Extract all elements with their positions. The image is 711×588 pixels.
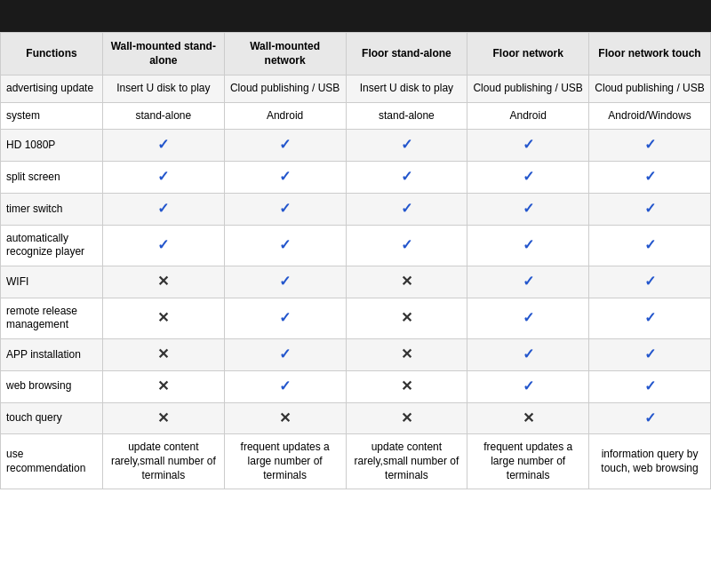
- cross-icon: ✕: [401, 310, 412, 325]
- feature-value: ✓: [467, 193, 589, 225]
- feature-value: ✓: [589, 225, 711, 266]
- feature-value: stand-alone: [346, 102, 467, 130]
- feature-value: ✓: [224, 266, 346, 298]
- feature-label: automatically recognize player: [1, 225, 103, 266]
- cross-icon: ✕: [157, 274, 169, 289]
- check-icon: ✓: [401, 237, 412, 252]
- feature-value: ✓: [467, 225, 589, 266]
- check-icon: ✓: [523, 310, 534, 325]
- feature-value: Cloud publishing / USB: [224, 75, 346, 103]
- feature-value: ✓: [467, 370, 589, 402]
- check-icon: ✓: [279, 310, 291, 325]
- comparison-table-wrapper: Functions Wall-mounted stand-alone Wall-…: [0, 32, 711, 489]
- table-row: touch query✕✕✕✕✓: [1, 402, 711, 434]
- feature-value: update content rarely,small number of te…: [102, 434, 224, 489]
- feature-value: ✓: [102, 162, 224, 194]
- check-icon: ✓: [523, 237, 534, 252]
- feature-value: ✕: [467, 402, 589, 434]
- feature-value: ✓: [467, 162, 589, 194]
- check-icon: ✓: [157, 169, 169, 184]
- feature-value: ✓: [589, 193, 711, 225]
- feature-value: Insert U disk to play: [346, 75, 467, 103]
- check-icon: ✓: [523, 274, 534, 289]
- feature-value: ✓: [224, 193, 346, 225]
- table-row: timer switch✓✓✓✓✓: [1, 193, 711, 225]
- table-row: systemstand-aloneAndroidstand-aloneAndro…: [1, 102, 711, 130]
- check-icon: ✓: [401, 169, 412, 184]
- table-row: use recommendationupdate content rarely,…: [1, 434, 711, 489]
- table-header-row: Functions Wall-mounted stand-alone Wall-…: [1, 33, 711, 75]
- feature-value: ✓: [467, 298, 589, 338]
- feature-label: touch query: [1, 402, 103, 434]
- feature-value: ✓: [102, 225, 224, 266]
- feature-value: ✕: [102, 402, 224, 434]
- check-icon: ✓: [644, 346, 656, 362]
- feature-value: Insert U disk to play: [102, 75, 224, 103]
- feature-value: ✓: [224, 338, 346, 370]
- check-icon: ✓: [644, 310, 656, 325]
- table-row: web browsing✕✓✕✓✓: [1, 370, 711, 402]
- feature-label: WIFI: [1, 266, 103, 298]
- feature-value: Android/Windows: [589, 102, 711, 130]
- feature-value: ✕: [346, 402, 467, 434]
- feature-label: remote release management: [1, 298, 103, 338]
- feature-value: ✓: [589, 338, 711, 370]
- table-row: split screen✓✓✓✓✓: [1, 162, 711, 194]
- cross-icon: ✕: [401, 274, 412, 289]
- feature-value: frequent updates a large number of termi…: [467, 434, 589, 489]
- table-row: APP installation✕✓✕✓✓: [1, 338, 711, 370]
- header: [0, 0, 711, 32]
- feature-value: ✓: [224, 298, 346, 338]
- feature-value: ✓: [589, 130, 711, 162]
- feature-value: ✓: [346, 193, 467, 225]
- feature-label: split screen: [1, 162, 103, 194]
- feature-value: ✕: [102, 338, 224, 370]
- feature-value: ✓: [102, 193, 224, 225]
- table-row: advertising updateInsert U disk to playC…: [1, 75, 711, 103]
- col-header-floor-network-touch: Floor network touch: [589, 33, 711, 75]
- table-row: HD 1080P✓✓✓✓✓: [1, 130, 711, 162]
- cross-icon: ✕: [157, 346, 169, 362]
- feature-value: ✕: [346, 338, 467, 370]
- check-icon: ✓: [279, 346, 291, 362]
- check-icon: ✓: [644, 410, 656, 425]
- check-icon: ✓: [523, 346, 534, 362]
- cross-icon: ✕: [157, 410, 169, 425]
- feature-value: stand-alone: [102, 102, 224, 130]
- feature-value: ✓: [346, 130, 467, 162]
- table-row: WIFI✕✓✕✓✓: [1, 266, 711, 298]
- check-icon: ✓: [279, 169, 291, 184]
- check-icon: ✓: [279, 137, 291, 152]
- col-header-functions: Functions: [1, 33, 103, 75]
- feature-value: ✓: [346, 225, 467, 266]
- feature-value: ✓: [589, 162, 711, 194]
- check-icon: ✓: [157, 137, 169, 152]
- feature-value: frequent updates a large number of termi…: [224, 434, 346, 489]
- check-icon: ✓: [523, 378, 534, 393]
- feature-value: ✓: [224, 162, 346, 194]
- page-title: [0, 0, 711, 32]
- feature-label: advertising update: [1, 75, 103, 103]
- check-icon: ✓: [279, 274, 291, 289]
- feature-value: ✓: [589, 402, 711, 434]
- cross-icon: ✕: [401, 410, 412, 425]
- check-icon: ✓: [644, 169, 656, 184]
- cross-icon: ✕: [523, 410, 534, 425]
- feature-value: ✓: [102, 130, 224, 162]
- check-icon: ✓: [644, 274, 656, 289]
- cross-icon: ✕: [279, 410, 291, 425]
- feature-value: ✕: [102, 370, 224, 402]
- cross-icon: ✕: [401, 378, 412, 393]
- check-icon: ✓: [523, 137, 534, 152]
- cross-icon: ✕: [157, 310, 169, 325]
- feature-value: Cloud publishing / USB: [467, 75, 589, 103]
- feature-label: timer switch: [1, 193, 103, 225]
- feature-value: ✕: [102, 298, 224, 338]
- check-icon: ✓: [644, 137, 656, 152]
- feature-value: ✓: [467, 266, 589, 298]
- feature-value: ✕: [346, 266, 467, 298]
- check-icon: ✓: [523, 201, 534, 216]
- feature-label: HD 1080P: [1, 130, 103, 162]
- check-icon: ✓: [644, 201, 656, 216]
- cross-icon: ✕: [157, 378, 169, 393]
